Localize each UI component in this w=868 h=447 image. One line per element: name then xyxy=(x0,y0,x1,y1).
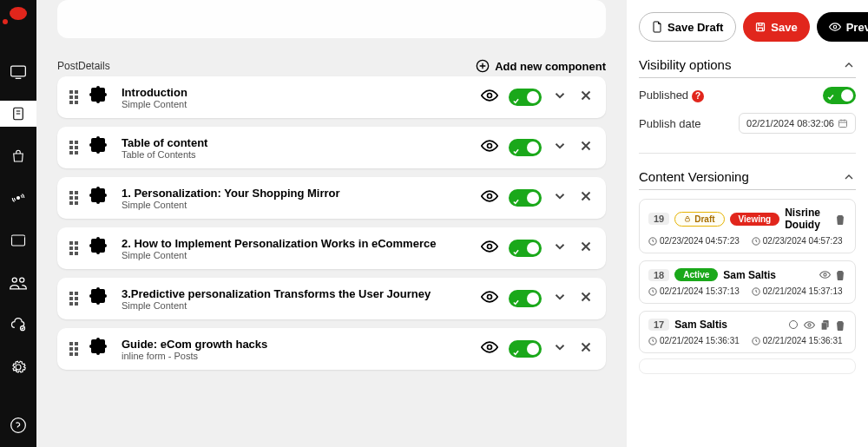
save-draft-button[interactable]: Save Draft xyxy=(639,12,736,42)
row-toggle[interactable] xyxy=(509,290,542,307)
chevron-up-icon xyxy=(842,58,856,72)
visibility-icon[interactable] xyxy=(481,290,498,307)
drag-handle-icon[interactable] xyxy=(69,342,82,356)
help-icon[interactable]: ? xyxy=(692,90,704,102)
component-row: Introduction Simple Content xyxy=(57,76,606,118)
visibility-icon[interactable] xyxy=(481,89,498,106)
remove-button[interactable] xyxy=(578,239,594,258)
save-label: Save xyxy=(771,21,797,34)
row-toggle[interactable] xyxy=(509,240,542,257)
svg-point-2 xyxy=(17,197,20,200)
expand-button[interactable] xyxy=(552,88,568,107)
publish-date-input[interactable]: 02/21/2024 08:32:06 xyxy=(739,113,856,134)
row-toggle[interactable] xyxy=(509,89,542,106)
left-nav xyxy=(0,0,36,447)
version-number: 17 xyxy=(648,319,669,331)
drag-handle-icon[interactable] xyxy=(69,292,82,306)
expand-button[interactable] xyxy=(552,339,568,358)
svg-point-10 xyxy=(488,144,492,148)
version-card[interactable]: 18 Active Sam Saltis 02/21/2024 15:37:13… xyxy=(639,260,856,304)
svg-point-9 xyxy=(488,94,492,98)
row-subtitle: Table of Contents xyxy=(122,149,481,160)
nav-users-icon[interactable] xyxy=(0,269,36,296)
remove-button[interactable] xyxy=(578,339,594,358)
expand-button[interactable] xyxy=(552,188,568,207)
component-row: 2. How to Implement Personalization Work… xyxy=(57,227,606,269)
version-time-2: 02/21/2024 15:37:13 xyxy=(752,286,843,296)
expand-button[interactable] xyxy=(552,138,568,157)
drag-handle-icon[interactable] xyxy=(69,241,82,255)
preceding-card xyxy=(57,0,606,38)
component-row: Table of content Table of Contents xyxy=(57,127,606,168)
row-title: Introduction xyxy=(122,86,481,99)
row-toggle[interactable] xyxy=(509,340,542,358)
save-button[interactable]: Save xyxy=(743,12,809,42)
visibility-icon[interactable] xyxy=(481,139,498,156)
publish-date-value: 02/21/2024 08:32:06 xyxy=(746,118,834,128)
expand-button[interactable] xyxy=(552,289,568,308)
nav-shop-icon[interactable] xyxy=(0,142,36,169)
version-time-1: 02/23/2024 04:57:23 xyxy=(648,236,740,246)
add-component-button[interactable]: Add new component xyxy=(476,59,606,73)
published-label: Published? xyxy=(639,89,704,102)
preview-button[interactable]: Preview xyxy=(817,12,868,42)
row-subtitle: Simple Content xyxy=(122,250,481,260)
version-card[interactable]: 17 Sam Saltis 02/21/2024 15:36:31 02/21/… xyxy=(639,311,856,353)
version-number: 18 xyxy=(648,269,669,281)
version-actions xyxy=(834,213,846,225)
copy-icon[interactable] xyxy=(819,319,831,331)
nav-cloud-icon[interactable] xyxy=(0,312,36,339)
row-subtitle: inline form - Posts xyxy=(122,351,481,361)
visibility-heading: Visibility options xyxy=(639,57,731,72)
nav-settings-icon[interactable] xyxy=(0,354,36,381)
remove-button[interactable] xyxy=(578,188,594,207)
svg-point-24 xyxy=(790,321,798,329)
nav-help-icon[interactable] xyxy=(0,411,36,438)
visibility-icon[interactable] xyxy=(481,240,498,257)
row-toggle[interactable] xyxy=(509,139,542,156)
remove-button[interactable] xyxy=(578,88,594,107)
drag-handle-icon[interactable] xyxy=(69,90,82,104)
eye-icon[interactable] xyxy=(803,319,815,331)
published-toggle[interactable] xyxy=(823,87,856,104)
drag-handle-icon[interactable] xyxy=(69,191,82,205)
visibility-header[interactable]: Visibility options xyxy=(639,57,856,78)
row-toggle[interactable] xyxy=(509,189,542,207)
nav-content-icon[interactable] xyxy=(0,101,36,128)
drag-handle-icon[interactable] xyxy=(69,141,82,154)
svg-point-4 xyxy=(12,278,16,282)
visibility-section: Visibility options Published? Publish da… xyxy=(639,57,856,154)
svg-point-12 xyxy=(488,245,492,249)
svg-rect-0 xyxy=(11,66,26,76)
chevron-up-icon xyxy=(842,170,856,184)
plus-circle-icon xyxy=(476,59,490,73)
remove-button[interactable] xyxy=(578,138,594,157)
nav-mail-icon[interactable] xyxy=(0,227,36,254)
eye-icon xyxy=(829,22,841,32)
versioning-header[interactable]: Content Versioning xyxy=(639,169,856,190)
version-card[interactable]: 19 DraftViewing Nisrine Douidy 02/23/202… xyxy=(639,199,856,253)
nav-dashboard-icon[interactable] xyxy=(0,58,36,85)
version-actions xyxy=(787,319,846,331)
trash-icon[interactable] xyxy=(834,269,846,281)
expand-button[interactable] xyxy=(552,239,568,258)
circle-icon[interactable] xyxy=(787,319,799,331)
app-logo-icon xyxy=(10,7,27,20)
remove-button[interactable] xyxy=(578,289,594,308)
add-component-label: Add new component xyxy=(495,60,606,73)
puzzle-icon xyxy=(89,337,113,361)
trash-icon[interactable] xyxy=(834,213,846,225)
row-title: 3.Predictive personalization Transforms … xyxy=(122,287,481,300)
visibility-icon[interactable] xyxy=(481,340,498,358)
visibility-icon[interactable] xyxy=(481,189,498,207)
save-draft-label: Save Draft xyxy=(667,21,723,34)
trash-icon[interactable] xyxy=(834,319,846,331)
component-row: 3.Predictive personalization Transforms … xyxy=(57,278,606,319)
nav-broadcast-icon[interactable] xyxy=(0,185,36,212)
component-row: 1. Personalization: Your Shopping Mirror… xyxy=(57,177,606,219)
eye-icon[interactable] xyxy=(819,269,831,281)
versioning-heading: Content Versioning xyxy=(639,169,749,184)
right-panel: Save Draft Save Preview Visibility optio… xyxy=(627,0,868,447)
version-time-1: 02/21/2024 15:37:13 xyxy=(648,286,740,296)
puzzle-icon xyxy=(89,186,113,210)
